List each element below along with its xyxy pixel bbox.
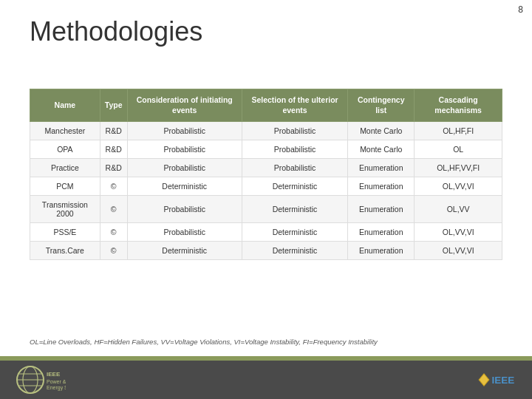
table-cell: Monte Carlo — [348, 122, 415, 140]
table-cell: Deterministic — [127, 177, 242, 196]
table-row: PCM©DeterministicDeterministicEnumeratio… — [30, 177, 502, 196]
table-cell: Probabilistic — [127, 140, 242, 159]
table-cell: Probabilistic — [242, 140, 347, 159]
page-number: 8 — [518, 4, 523, 15]
table-cell: © — [100, 177, 127, 196]
table-cell: Practice — [30, 159, 100, 177]
table-cell: OL,VV,VI — [415, 242, 502, 260]
table-cell: Probabilistic — [127, 159, 242, 177]
table-row: PSS/E©ProbabilisticDeterministicEnumerat… — [30, 223, 502, 242]
table-header-row: Name Type Consideration of initiating ev… — [30, 89, 502, 122]
page-title: Methodologies — [30, 16, 202, 47]
table-cell: Probabilistic — [242, 122, 347, 140]
table-cell: R&D — [100, 122, 127, 140]
svg-marker-9 — [480, 375, 488, 386]
table-cell: Enumeration — [348, 242, 415, 260]
table-cell: OL,HF,VV,FI — [415, 159, 502, 177]
col-header-type: Type — [100, 89, 127, 122]
ieee-pes-logo: IEEE Power & Energy Society — [15, 364, 66, 396]
table-row: Trans.Care©DeterministicDeterministicEnu… — [30, 242, 502, 260]
col-header-selection: Selection of the ulterior events — [242, 89, 347, 122]
col-header-cascading: Cascading mechanisms — [415, 89, 502, 122]
table-cell: OL,HF,FI — [415, 122, 502, 140]
table-cell: Transmission 2000 — [30, 196, 100, 223]
table-cell: Enumeration — [348, 159, 415, 177]
table-cell: Enumeration — [348, 223, 415, 242]
svg-text:IEEE: IEEE — [47, 371, 61, 378]
col-header-consideration: Consideration of initiating events — [127, 89, 242, 122]
methodologies-table: Name Type Consideration of initiating ev… — [30, 89, 502, 260]
table-cell: OL,VV,VI — [415, 223, 502, 242]
ieee-logo: IEEE — [473, 365, 517, 395]
svg-text:IEEE: IEEE — [492, 375, 515, 386]
table-row: Transmission 2000©ProbabilisticDetermini… — [30, 196, 502, 223]
table-cell: © — [100, 196, 127, 223]
table-cell: PCM — [30, 177, 100, 196]
table-cell: Probabilistic — [127, 196, 242, 223]
table-cell: © — [100, 242, 127, 260]
table-cell: Trans.Care — [30, 242, 100, 260]
table-cell: OL — [415, 140, 502, 159]
table-cell: Manchester — [30, 122, 100, 140]
table-cell: OPA — [30, 140, 100, 159]
table-cell: Enumeration — [348, 177, 415, 196]
table-cell: Deterministic — [127, 242, 242, 260]
table-cell: PSS/E — [30, 223, 100, 242]
table-row: OPAR&DProbabilisticProbabilisticMonte Ca… — [30, 140, 502, 159]
table-cell: R&D — [100, 159, 127, 177]
bottom-bar: IEEE Power & Energy Society IEEE — [0, 361, 532, 399]
table-cell: OL,VV — [415, 196, 502, 223]
table-cell: © — [100, 223, 127, 242]
footer-note: OL=Line Overloads, HF=Hidden Failures, V… — [30, 338, 502, 346]
table-row: ManchesterR&DProbabilisticProbabilisticM… — [30, 122, 502, 140]
table-cell: Deterministic — [242, 223, 347, 242]
col-header-contingency: Contingency list — [348, 89, 415, 122]
table-row: PracticeR&DProbabilisticProbabilisticEnu… — [30, 159, 502, 177]
table-cell: OL,VV,VI — [415, 177, 502, 196]
table-cell: Probabilistic — [127, 122, 242, 140]
table-cell: Deterministic — [242, 196, 347, 223]
svg-text:Power &: Power & — [47, 379, 66, 384]
table-cell: Deterministic — [242, 177, 347, 196]
table-cell: Monte Carlo — [348, 140, 415, 159]
table-cell: Deterministic — [242, 242, 347, 260]
table-cell: Enumeration — [348, 196, 415, 223]
svg-text:Energy Society: Energy Society — [47, 385, 66, 391]
col-header-name: Name — [30, 89, 100, 122]
table-cell: Probabilistic — [127, 223, 242, 242]
table-cell: Probabilistic — [242, 159, 347, 177]
table-cell: R&D — [100, 140, 127, 159]
